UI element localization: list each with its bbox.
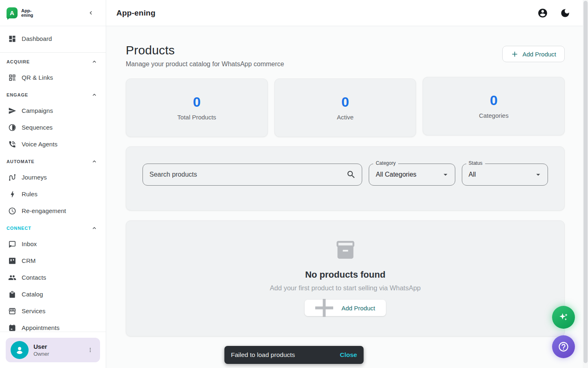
sidebar-item-rules[interactable]: Rules xyxy=(0,186,106,202)
help-fab[interactable] xyxy=(552,335,575,358)
sidebar-item-campaigns[interactable]: Campaigns xyxy=(0,102,106,119)
category-select[interactable]: Category All Categories xyxy=(369,164,455,186)
toast-message: Failed to load products xyxy=(231,351,295,359)
empty-add-product-button[interactable]: Add Product xyxy=(305,300,386,316)
stat-value: 0 xyxy=(341,95,349,109)
empty-state-subtitle: Add your first product to start selling … xyxy=(270,284,421,292)
section-label: ENGAGE xyxy=(7,92,28,97)
sidebar-item-label: Voice Agents xyxy=(22,141,58,148)
chevron-left-icon xyxy=(87,9,94,16)
page-subtitle: Manage your product catalog for WhatsApp… xyxy=(126,61,284,68)
help-icon xyxy=(558,341,569,352)
topbar: App-ening xyxy=(106,0,588,26)
stat-value: 0 xyxy=(193,95,200,109)
status-select-value: All xyxy=(469,171,534,178)
stats-row: 0 Total Products 0 Active 0 Categories xyxy=(126,79,565,137)
sidebar-item-re-engagement[interactable]: Re-engagement xyxy=(0,202,106,219)
chevron-up-icon xyxy=(91,225,98,231)
sidebar-item-services[interactable]: Services xyxy=(0,303,106,319)
page-scrollbar xyxy=(583,0,588,368)
toast-close-button[interactable]: Close xyxy=(340,351,357,359)
section-label: CONNECT xyxy=(7,226,31,231)
sidebar-item-sequences[interactable]: Sequences xyxy=(0,119,106,136)
sidebar-item-catalog[interactable]: Catalog xyxy=(0,286,106,303)
sidebar-item-label: Re-engagement xyxy=(22,207,66,214)
sidebar-item-label: Journeys xyxy=(22,174,47,181)
category-select-value: All Categories xyxy=(376,171,441,178)
sidebar-item-inbox[interactable]: Inbox xyxy=(0,236,106,252)
chevron-up-icon xyxy=(91,92,98,98)
sidebar-section-engage[interactable]: ENGAGE xyxy=(0,88,106,102)
sidebar-item-label: Dashboard xyxy=(22,35,52,42)
filter-bar: Category All Categories Status All xyxy=(126,146,565,211)
sparkles-icon xyxy=(558,312,569,323)
user-menu-button[interactable] xyxy=(85,345,95,355)
sidebar-item-journeys[interactable]: Journeys xyxy=(0,169,106,186)
moon-icon xyxy=(560,8,570,18)
scrollbar-thumb[interactable] xyxy=(584,1,588,363)
sidebar-item-label: Sequences xyxy=(22,124,53,131)
inventory-box-icon xyxy=(335,239,356,260)
status-select-label: Status xyxy=(466,160,485,166)
stat-label: Active xyxy=(337,114,354,121)
category-select-label: Category xyxy=(373,160,398,166)
sidebar-item-appointments[interactable]: Appointments xyxy=(0,319,106,332)
dropdown-caret-icon xyxy=(534,170,543,179)
sidebar-section-connect[interactable]: CONNECT xyxy=(0,221,106,236)
chevron-up-icon xyxy=(91,158,98,165)
kanban-icon xyxy=(8,257,16,265)
dropdown-caret-icon xyxy=(441,170,450,179)
toast-snackbar: Failed to load products Close xyxy=(225,346,364,364)
sidebar-section-automate[interactable]: AUTOMATE xyxy=(0,154,106,169)
section-label: ACQUIRE xyxy=(7,59,30,64)
empty-state: No products found Add your first product… xyxy=(126,220,565,337)
stat-card-active: 0 Active xyxy=(274,79,416,137)
stat-value: 0 xyxy=(490,93,498,107)
bolt-icon xyxy=(8,190,16,198)
stat-card-categories: 0 Categories xyxy=(423,77,565,135)
stat-card-total-products: 0 Total Products xyxy=(126,79,268,137)
main-content: Products Manage your product catalog for… xyxy=(106,26,583,368)
stat-label: Categories xyxy=(479,112,509,119)
dashboard-icon xyxy=(8,35,16,43)
sidebar-section-acquire[interactable]: ACQUIRE xyxy=(0,54,106,69)
app-root: A App- ening Dashboard ACQUIRE QR & Link… xyxy=(0,0,588,368)
route-icon xyxy=(8,173,16,182)
search-input[interactable] xyxy=(143,171,346,178)
more-vert-icon xyxy=(87,346,94,354)
send-icon xyxy=(8,107,16,115)
sidebar-item-label: CRM xyxy=(22,257,36,264)
user-avatar xyxy=(11,341,29,359)
stat-label: Total Products xyxy=(177,114,216,121)
dark-mode-toggle[interactable] xyxy=(559,7,571,19)
sidebar-item-voice-agents[interactable]: Voice Agents xyxy=(0,136,106,153)
plus-icon xyxy=(313,296,336,319)
user-card[interactable]: User Owner xyxy=(6,338,100,362)
search-field xyxy=(143,164,362,186)
chat-icon xyxy=(8,240,16,248)
sidebar-item-label: Services xyxy=(22,307,45,314)
sidebar-item-dashboard[interactable]: Dashboard xyxy=(0,30,106,47)
section-label: AUTOMATE xyxy=(7,159,35,164)
sidebar-collapse-button[interactable] xyxy=(85,8,96,18)
topbar-title: App-ening xyxy=(116,9,156,18)
sidebar-item-label: Catalog xyxy=(22,291,43,298)
person-icon xyxy=(14,344,25,356)
account-circle-icon xyxy=(537,8,548,18)
logo-line1: App- xyxy=(21,9,33,13)
ai-assistant-fab[interactable] xyxy=(552,306,575,329)
topbar-actions xyxy=(537,7,571,19)
sidebar: A App- ening Dashboard ACQUIRE QR & Link… xyxy=(0,0,106,368)
add-product-button[interactable]: Add Product xyxy=(502,46,565,62)
sidebar-item-qr-links[interactable]: QR & Links xyxy=(0,69,106,86)
sidebar-item-contacts[interactable]: Contacts xyxy=(0,269,106,286)
add-product-label: Add Product xyxy=(522,51,556,58)
sidebar-item-label: Rules xyxy=(22,191,38,197)
qr-code-icon xyxy=(8,74,16,82)
account-button[interactable] xyxy=(537,7,548,19)
status-select[interactable]: Status All xyxy=(462,164,548,186)
user-role: Owner xyxy=(33,351,49,357)
sidebar-item-crm[interactable]: CRM xyxy=(0,252,106,269)
sidebar-item-label: Appointments xyxy=(22,324,60,331)
sidebar-item-label: Contacts xyxy=(22,274,46,281)
